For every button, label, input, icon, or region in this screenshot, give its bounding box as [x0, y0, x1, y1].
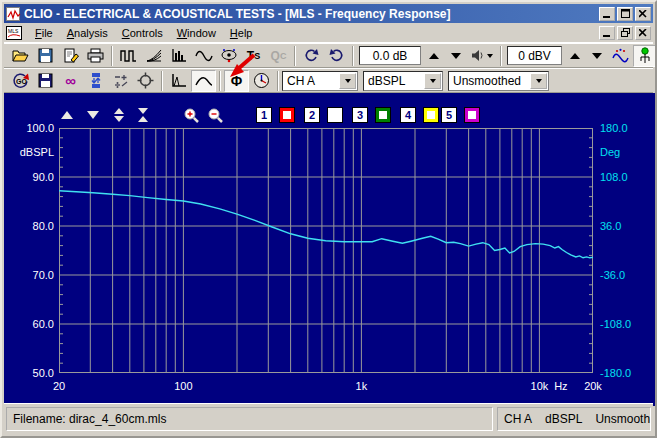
toolbar-separator — [219, 71, 221, 91]
title-bar: CLIO - ELECTRICAL & ACOUSTICAL TESTS - [… — [4, 4, 653, 23]
chevron-down-icon[interactable] — [530, 73, 547, 89]
input-sens-down-button[interactable] — [586, 46, 608, 66]
curve-4-button[interactable]: 4 — [400, 107, 416, 123]
math-operations-button[interactable] — [108, 70, 133, 92]
y-axis-tick-right: -36.0 — [600, 269, 625, 281]
maximize-button[interactable] — [617, 7, 633, 21]
status-filename: Filename: dirac_4_60cm.mls — [6, 407, 493, 431]
phase-button[interactable]: Φ — [224, 70, 249, 92]
y-axis-tick-left: 90.0 — [33, 171, 54, 183]
curve-2-color-swatch[interactable] — [327, 107, 343, 123]
menu-bar: MLS FileAnalysisControlsWindowHelp — [4, 23, 653, 43]
input-sens-up-button[interactable] — [564, 46, 586, 66]
y-axis-tick-right: 108.0 — [600, 171, 628, 183]
toolbar-separator — [352, 46, 354, 66]
status-field: Unsmoothed — [595, 412, 651, 426]
chevron-down-icon[interactable] — [424, 73, 441, 89]
close-button[interactable] — [635, 7, 651, 21]
clio-app-icon — [6, 7, 20, 21]
toolbar-separator — [500, 46, 502, 66]
x-axis-tick: 20k — [584, 380, 602, 392]
y-axis-tick-left: 50.0 — [33, 367, 54, 379]
shift-down-button[interactable] — [82, 106, 104, 124]
curve-4-color-swatch[interactable] — [423, 107, 439, 123]
toolbar-separator — [161, 71, 163, 91]
rta-analysis-button[interactable] — [166, 45, 191, 67]
settings-button[interactable] — [133, 70, 158, 92]
doc-minimize-button[interactable] — [599, 26, 615, 40]
export-button[interactable] — [58, 45, 83, 67]
minimize-button[interactable] — [599, 7, 615, 21]
zoom-in-button[interactable] — [180, 106, 202, 124]
svg-text:MLS: MLS — [8, 28, 19, 34]
speaker-output-button[interactable] — [467, 46, 497, 66]
unit-select[interactable]: dBSPL — [363, 71, 443, 91]
menu-item-analysis[interactable]: Analysis — [60, 25, 115, 41]
store-button[interactable] — [33, 70, 58, 92]
generator-button[interactable] — [608, 45, 633, 67]
wow-flutter-analysis-button[interactable] — [216, 45, 241, 67]
compress-scale-button[interactable] — [132, 106, 154, 124]
save-button[interactable] — [33, 45, 58, 67]
graph-panel: 12345 100.090.080.070.060.050.0dBSPL180.… — [4, 93, 657, 406]
zoom-out-button[interactable] — [204, 106, 226, 124]
menu-item-controls[interactable]: Controls — [115, 25, 170, 41]
autorepeat-b-button[interactable] — [324, 45, 349, 67]
menu-item-help[interactable]: Help — [223, 25, 260, 41]
loop-button[interactable]: ∞ — [58, 70, 83, 92]
input-sensitivity-display[interactable]: 0 dBV — [507, 46, 562, 65]
frequency-domain-view-button[interactable] — [191, 70, 216, 92]
time-domain-view-button[interactable] — [166, 70, 191, 92]
curve-1-color-swatch[interactable] — [279, 107, 295, 123]
channel-select[interactable]: CH A — [282, 71, 358, 91]
menu-item-window[interactable]: Window — [170, 25, 223, 41]
output-level-up-button[interactable] — [423, 46, 445, 66]
ts-parameters-button[interactable]: TS — [241, 45, 266, 67]
toolbar-separator — [111, 46, 113, 66]
swap-channels-button[interactable] — [83, 70, 108, 92]
expand-scale-button[interactable] — [108, 106, 130, 124]
curve-3-color-swatch[interactable] — [375, 107, 391, 123]
waterfall-analysis-button[interactable] — [141, 45, 166, 67]
smoothing-select[interactable]: Unsmoothed — [448, 71, 549, 91]
status-settings: CH AdBSPLUnsmoothed48kHz16KHalf HanningS… — [497, 407, 651, 431]
qc-button[interactable]: QC — [266, 45, 291, 67]
unit-select-value: dBSPL — [364, 74, 424, 88]
curve-5-color-swatch[interactable] — [464, 107, 480, 123]
main-toolbar: TS QC 0.0 dB 0 dBV mV/Pa — [4, 43, 653, 68]
y-axis-tick-left: 80.0 — [33, 220, 54, 232]
toolbar-separator — [294, 46, 296, 66]
x-axis-unit: Hz — [554, 380, 567, 392]
sinusoidal-analysis-button[interactable] — [191, 45, 216, 67]
status-bar: Filename: dirac_4_60cm.mls CH AdBSPLUnsm… — [4, 403, 653, 434]
open-button[interactable] — [8, 45, 33, 67]
y-axis-tick-left: 100.0 — [26, 122, 54, 134]
mls-toolbar: GO ∞ Φ CH A dBSPL Unsmoothed — [4, 68, 653, 93]
curve-3-button[interactable]: 3 — [352, 107, 368, 123]
curve-2-button[interactable]: 2 — [304, 107, 320, 123]
mls-document-icon: MLS — [6, 26, 22, 40]
mls-analysis-button[interactable] — [116, 45, 141, 67]
x-axis-tick: 20 — [53, 380, 65, 392]
delay-clock-button[interactable] — [249, 70, 274, 92]
autorepeat-a-button[interactable] — [299, 45, 324, 67]
shift-up-button[interactable] — [56, 106, 78, 124]
curve-5-button[interactable]: 5 — [441, 107, 457, 123]
input-monitor-button[interactable] — [633, 45, 657, 67]
curve-1-button[interactable]: 1 — [256, 107, 272, 123]
y-axis-unit-left: dBSPL — [20, 146, 54, 158]
print-button[interactable] — [83, 45, 108, 67]
go-button[interactable]: GO — [8, 70, 33, 92]
chevron-down-icon[interactable] — [339, 73, 356, 89]
y-axis-tick-left: 60.0 — [33, 318, 54, 330]
plot-area[interactable] — [59, 128, 593, 375]
output-level-display[interactable]: 0.0 dB — [359, 46, 421, 65]
smoothing-select-value: Unsmoothed — [449, 74, 530, 88]
output-level-down-button[interactable] — [445, 46, 467, 66]
doc-restore-button[interactable] — [617, 26, 633, 40]
x-axis-tick: 100 — [174, 380, 192, 392]
menu-item-file[interactable]: File — [28, 25, 60, 41]
y-axis-tick-right: 180.0 — [600, 122, 628, 134]
channel-select-value: CH A — [283, 74, 339, 88]
doc-close-button[interactable] — [635, 26, 651, 40]
